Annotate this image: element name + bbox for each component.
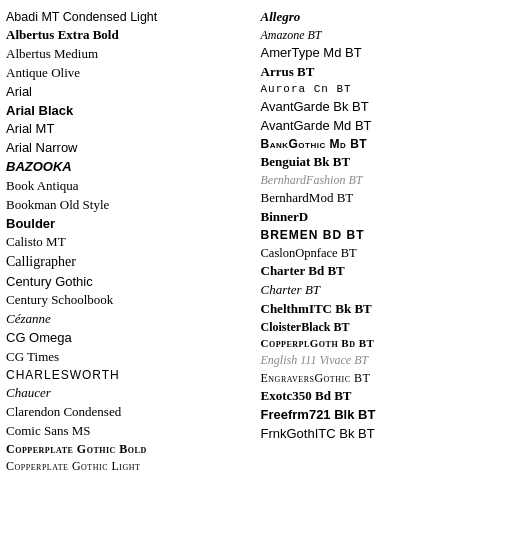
left-font-item: Chaucer: [6, 384, 257, 403]
left-font-item: BAZOOKA: [6, 158, 257, 177]
left-font-item: Calisto MT: [6, 233, 257, 252]
left-font-item: Boulder: [6, 215, 257, 234]
left-font-item: Arial Narrow: [6, 139, 257, 158]
left-column: Abadi MT Condensed LightAlbertus Extra B…: [6, 8, 261, 525]
left-font-item: Bookman Old Style: [6, 196, 257, 215]
right-font-item: EngraversGothic BT: [261, 370, 512, 387]
left-font-item: Abadi MT Condensed Light: [6, 8, 257, 26]
right-font-item: Amazone BT: [261, 27, 512, 44]
right-font-item: Freefrm721 Blk BT: [261, 406, 512, 425]
left-font-item: CHARLESWORTH: [6, 367, 257, 384]
left-font-item: Century Schoolbook: [6, 291, 257, 310]
left-font-item: Copperplate Gothic Bold: [6, 441, 257, 458]
right-font-item: BREMEN BD BT: [261, 227, 512, 244]
left-font-item: Albertus Medium: [6, 45, 257, 64]
left-font-item: Century Gothic: [6, 273, 257, 292]
right-font-item: BankGothic Md BT: [261, 136, 512, 153]
right-font-item: AvantGarde Md BT: [261, 117, 512, 136]
right-font-item: Charter BT: [261, 281, 512, 300]
right-font-item: ChelthmITC Bk BT: [261, 300, 512, 319]
right-font-item: CopperplGoth Bd BT: [261, 336, 512, 352]
right-font-item: BernhardMod BT: [261, 189, 512, 208]
left-font-item: Arial MT: [6, 120, 257, 139]
right-font-item: Aurora Cn BT: [261, 82, 512, 98]
right-font-item: English 111 Vivace BT: [261, 352, 512, 369]
left-font-item: Cézanne: [6, 310, 257, 329]
left-font-item: Arial: [6, 83, 257, 102]
left-font-item: Calligrapher: [6, 252, 257, 272]
left-font-item: Copperplate Gothic Light: [6, 458, 257, 475]
right-font-item: CloisterBlack BT: [261, 319, 512, 336]
left-font-item: Clarendon Condensed: [6, 403, 257, 422]
left-font-item: Book Antiqua: [6, 177, 257, 196]
right-font-item: BernhardFashion BT: [261, 172, 512, 189]
right-font-item: Benguiat Bk BT: [261, 153, 512, 172]
right-font-item: Allegro: [261, 8, 512, 27]
right-font-item: CaslonOpnface BT: [261, 244, 512, 262]
left-font-item: Albertus Extra Bold: [6, 26, 257, 45]
right-font-item: Charter Bd BT: [261, 262, 512, 281]
right-font-item: BinnerD: [261, 208, 512, 227]
right-font-item: AvantGarde Bk BT: [261, 98, 512, 117]
right-font-item: AmerType Md BT: [261, 44, 512, 63]
right-font-item: Exotc350 Bd BT: [261, 387, 512, 406]
left-font-item: Antique Olive: [6, 64, 257, 83]
left-font-item: CG Times: [6, 348, 257, 367]
right-font-item: Arrus BT: [261, 63, 512, 82]
right-font-item: FrnkGothITC Bk BT: [261, 425, 512, 444]
right-column: AllegroAmazone BTAmerType Md BTArrus BTA…: [261, 8, 516, 525]
left-font-item: Arial Black: [6, 102, 257, 121]
left-font-item: Comic Sans MS: [6, 422, 257, 441]
left-font-item: CG Omega: [6, 329, 257, 348]
